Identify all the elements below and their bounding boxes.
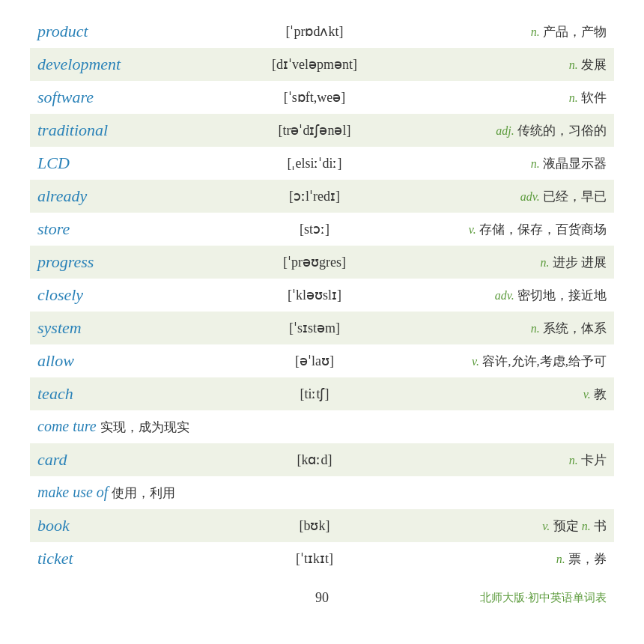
vocab-row-software: software [ˈsɒft,weə] n. 软件	[30, 81, 614, 114]
meaning-label: n. 票，券	[397, 550, 607, 568]
phonetic-label: [stɔː]	[232, 221, 397, 237]
meaning-label: n. 液晶显示器	[397, 155, 607, 172]
phonetic-label: [bʊk]	[232, 517, 397, 534]
phonetic-label: [ɔːlˈredɪ]	[232, 188, 397, 204]
vocab-row-card: card [kɑːd] n. 卡片	[30, 443, 614, 476]
word-label: already	[37, 186, 232, 206]
brand-label: 北师大版·初中英语单词表	[480, 591, 607, 605]
word-label: closely	[37, 285, 232, 305]
vocab-row-already: already [ɔːlˈredɪ] adv. 已经，早已	[30, 180, 614, 213]
vocab-row-book: book [bʊk] v. 预定 n. 书	[30, 509, 614, 542]
meaning-label: n. 进步 进展	[397, 254, 607, 271]
phrase-word: make use of 使用，利用	[37, 484, 175, 502]
meaning-label: v. 存储，保存，百货商场	[397, 221, 607, 238]
phonetic-label: [kɑːd]	[232, 452, 397, 468]
phonetic-label: [ˌelsiːˈdiː]	[232, 155, 397, 171]
word-label: system	[37, 318, 232, 338]
phonetic-label: [ˈsɒft,weə]	[232, 89, 397, 106]
phonetic-label: [ˈsɪstəm]	[232, 320, 397, 336]
vocab-row-teach: teach [tiːtʃ] v. 教	[30, 377, 614, 410]
vocab-row-ticket: ticket [ˈtɪkɪt] n. 票，券	[30, 542, 614, 575]
meaning-label: n. 发展	[397, 56, 607, 73]
vocab-row-lcd: LCD [ˌelsiːˈdiː] n. 液晶显示器	[30, 147, 614, 180]
phonetic-label: [ˈtɪkɪt]	[232, 550, 397, 567]
vocab-row-store: store [stɔː] v. 存储，保存，百货商场	[30, 213, 614, 246]
meaning-label: v. 容许,允许,考虑,给予可	[397, 353, 607, 370]
phonetic-label: [ˈprəʊgres]	[232, 254, 397, 270]
vocab-row-closely: closely [ˈkləʊslɪ] adv. 密切地，接近地	[30, 279, 614, 312]
word-label: card	[37, 450, 232, 470]
word-label: LCD	[37, 154, 232, 173]
vocab-row-development: development [dɪˈveləpmənt] n. 发展	[30, 48, 614, 81]
page-footer: 90 北师大版·初中英语单词表	[30, 590, 614, 606]
phrase-meaning: 实现，成为现实	[100, 420, 189, 434]
meaning-label: n. 系统，体系	[397, 320, 607, 337]
vocab-row-product: product [ˈprɒdʌkt] n. 产品，产物	[30, 15, 614, 48]
meaning-label: v. 教	[397, 386, 607, 403]
phonetic-label: [ˈprɒdʌkt]	[232, 23, 397, 40]
word-label: software	[37, 88, 232, 107]
word-label: development	[37, 55, 232, 74]
word-label: ticket	[37, 549, 232, 568]
meaning-label: adj. 传统的，习俗的	[397, 122, 607, 139]
phonetic-label: [ˈkləʊslɪ]	[232, 287, 397, 303]
meaning-label: n. 软件	[397, 89, 607, 106]
vocab-row-system: system [ˈsɪstəm] n. 系统，体系	[30, 312, 614, 344]
vocab-row-progress: progress [ˈprəʊgres] n. 进步 进展	[30, 246, 614, 279]
vocab-row-come-ture: come ture 实现，成为现实	[30, 410, 614, 443]
word-label: progress	[37, 252, 232, 272]
word-label: book	[37, 516, 232, 535]
phonetic-label: [trəˈdɪʃənəl]	[232, 122, 397, 139]
vocab-row-make-use-of: make use of 使用，利用	[30, 476, 614, 509]
vocab-list: product [ˈprɒdʌkt] n. 产品，产物 development …	[30, 15, 614, 575]
word-label: teach	[37, 384, 232, 404]
word-label: product	[37, 22, 232, 41]
word-label: traditional	[37, 121, 232, 140]
vocab-row-allow: allow [əˈlaʊ] v. 容许,允许,考虑,给予可	[30, 344, 614, 377]
phrase-word: come ture 实现，成为现实	[37, 418, 189, 436]
word-label: allow	[37, 351, 232, 371]
word-label: store	[37, 219, 232, 239]
vocab-row-traditional: traditional [trəˈdɪʃənəl] adj. 传统的，习俗的	[30, 114, 614, 147]
phonetic-label: [tiːtʃ]	[232, 386, 397, 402]
meaning-label: n. 卡片	[397, 452, 607, 469]
meaning-label: n. 产品，产物	[397, 23, 607, 40]
meaning-label: adv. 已经，早已	[397, 188, 607, 205]
phonetic-label: [əˈlaʊ]	[232, 353, 397, 369]
meaning-label: adv. 密切地，接近地	[397, 287, 607, 304]
meaning-label: v. 预定 n. 书	[397, 517, 607, 535]
phonetic-label: [dɪˈveləpmənt]	[232, 56, 397, 73]
phrase-meaning: 使用，利用	[112, 486, 175, 500]
